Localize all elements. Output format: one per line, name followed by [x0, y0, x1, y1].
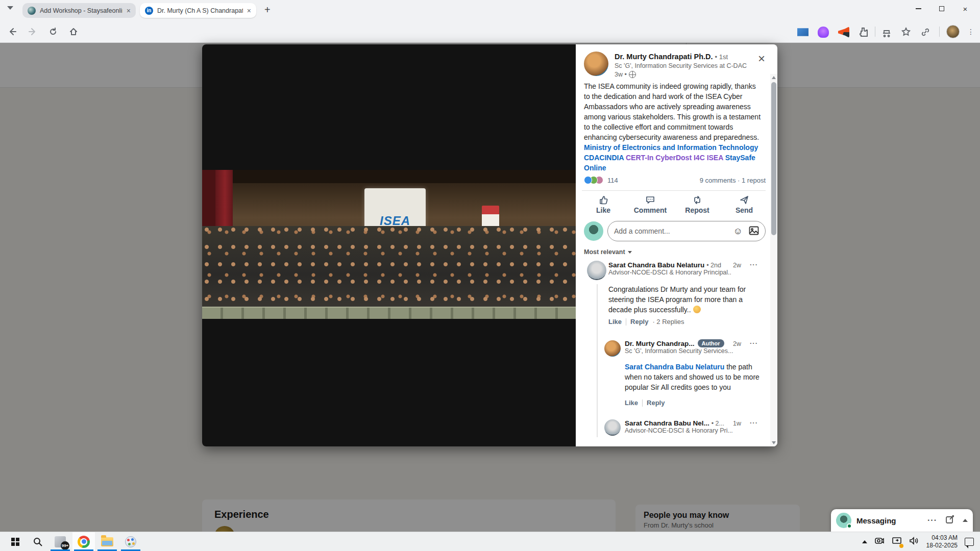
display-share-tray-icon[interactable]: [892, 537, 902, 547]
globe-visibility-icon: [629, 71, 636, 78]
post-author-name[interactable]: Dr. Murty Chandrapati Ph.D.: [615, 53, 713, 61]
scroll-up-arrow[interactable]: [772, 76, 776, 79]
post-author-avatar[interactable]: [584, 52, 608, 76]
commenter-name[interactable]: Sarat Chandra Babu Nel...: [625, 419, 709, 427]
window-close-button[interactable]: ×: [953, 0, 977, 17]
comment-menu-icon[interactable]: ···: [750, 261, 758, 268]
comment-actions: Like Reply: [625, 399, 665, 407]
commenter-avatar[interactable]: [604, 419, 621, 436]
screen-record-tray-icon[interactable]: [874, 537, 885, 547]
chrome-icon: [78, 536, 90, 548]
commenter-headline: Advisor-NCOE-DSCI & Honorary Pri...: [625, 427, 752, 434]
tab-linkedin[interactable]: in Dr. Murty (Ch A S) Chandrapati ×: [140, 3, 256, 18]
comment-menu-icon[interactable]: ···: [750, 339, 758, 347]
send-button[interactable]: Send: [721, 192, 768, 217]
photo-crowd: [202, 226, 576, 307]
action-center-icon[interactable]: [965, 538, 974, 546]
comment-like-button[interactable]: Like: [625, 399, 638, 407]
emoji-picker-icon[interactable]: ☺: [733, 226, 743, 237]
link-meity[interactable]: Ministry of Electronics and Information …: [584, 143, 758, 152]
comment-time: 2w: [733, 262, 741, 269]
extensions-puzzle-icon[interactable]: [857, 27, 869, 38]
comment-input[interactable]: Add a comment... ☺: [607, 221, 766, 241]
tab-close-icon[interactable]: ×: [247, 7, 251, 15]
commenter-headline: Sc 'G', Information Security Services...: [625, 347, 752, 355]
scrollbar-thumb[interactable]: [771, 82, 776, 235]
comment-like-button[interactable]: Like: [608, 318, 622, 325]
pinned-tool-icon[interactable]: [881, 27, 892, 38]
comment-menu-icon[interactable]: ···: [750, 419, 758, 427]
like-button[interactable]: Like: [580, 192, 627, 217]
windows-logo-icon: [11, 538, 19, 546]
attach-image-icon[interactable]: [749, 226, 759, 237]
forward-button[interactable]: [27, 26, 39, 38]
post-photo-pane[interactable]: ISEA: [202, 44, 576, 446]
taskbar-clock[interactable]: 04:03 AM 18-02-2025: [926, 534, 958, 549]
comment-time: 1w: [733, 420, 741, 427]
start-button[interactable]: [4, 532, 27, 551]
compose-message-icon[interactable]: [945, 515, 954, 526]
tray-expand-icon[interactable]: [862, 540, 867, 543]
scroll-down-arrow[interactable]: [772, 441, 776, 444]
photo-ceiling: [202, 170, 576, 183]
taskbar-file-explorer[interactable]: [96, 532, 118, 551]
replies-count[interactable]: · 2 Replies: [652, 318, 684, 325]
expand-messaging-icon[interactable]: [963, 519, 968, 522]
commenter-name[interactable]: Dr. Murty Chandrap...: [625, 340, 695, 347]
reaction-count[interactable]: 114: [607, 177, 618, 184]
back-button[interactable]: [6, 26, 18, 38]
panel-scrollbar[interactable]: [770, 74, 777, 446]
link-cdacindia[interactable]: CDACINDIA: [584, 154, 624, 162]
megaphone-extension-icon[interactable]: [838, 27, 849, 38]
comment-button[interactable]: Comment: [627, 192, 674, 217]
tab-title: Dr. Murty (Ch A S) Chandrapati: [157, 7, 243, 14]
group-photo: ISEA: [202, 170, 576, 319]
comments-reposts-count[interactable]: 9 comments · 1 repost: [700, 177, 766, 184]
post-author-degree: • 1st: [715, 53, 728, 61]
messaging-dock[interactable]: Messaging ···: [831, 509, 973, 532]
volume-tray-icon[interactable]: [909, 537, 919, 547]
paint-icon: [125, 536, 136, 547]
taskbar-notifications-app[interactable]: 99+: [49, 532, 71, 551]
repost-button[interactable]: Repost: [674, 192, 721, 217]
browser-menu-icon[interactable]: ⋮: [967, 26, 975, 38]
comment-reply-button[interactable]: Reply: [647, 399, 665, 407]
status-dot: [899, 544, 903, 548]
post-modal: ISEA Dr. Murty Chandrapati Ph.D. • 1st S…: [202, 44, 777, 446]
photo-chairs-row: [202, 307, 576, 319]
link-i4c-isea[interactable]: I4C ISEA: [692, 154, 723, 162]
messaging-menu-icon[interactable]: ···: [927, 516, 937, 525]
home-button[interactable]: [67, 26, 80, 38]
browser-profile-avatar[interactable]: [946, 25, 960, 38]
commenter-name[interactable]: Sarat Chandra Babu Nelaturu: [608, 261, 704, 269]
mention-link[interactable]: Sarat Chandra Babu Nelaturu: [625, 363, 724, 371]
clap-emoji: [693, 306, 701, 313]
new-tab-button[interactable]: +: [264, 4, 271, 16]
messaging-avatar: [836, 513, 851, 528]
link-icon[interactable]: [920, 27, 931, 38]
taskbar-paint[interactable]: [119, 532, 142, 551]
ai-extension-icon[interactable]: [818, 27, 829, 38]
window-minimize-button[interactable]: [906, 0, 930, 17]
link-certin-cyberdost[interactable]: CERT-In CyberDost: [624, 154, 692, 162]
reload-button[interactable]: [47, 26, 59, 38]
commenter-avatar[interactable]: [587, 261, 606, 280]
chevron-down-icon: [628, 251, 632, 254]
commenter-degree: • 2...: [712, 420, 724, 427]
tab-search-chevron-icon[interactable]: [7, 6, 13, 10]
repost-icon: [692, 195, 702, 205]
tab-staysafeonline[interactable]: Add Workshop - Staysafeonline ×: [22, 3, 136, 18]
comment-composer: Add a comment... ☺: [584, 221, 766, 241]
composer-avatar: [584, 221, 603, 241]
taskbar-chrome[interactable]: [72, 532, 95, 551]
mail-extension-icon[interactable]: [797, 27, 808, 38]
modal-close-button[interactable]: ×: [753, 51, 770, 67]
window-maximize-button[interactable]: [930, 0, 953, 17]
commenter-avatar[interactable]: [604, 340, 621, 357]
tab-close-icon[interactable]: ×: [127, 7, 131, 15]
like-reaction-icon[interactable]: [584, 176, 592, 184]
favorites-star-icon[interactable]: [900, 27, 912, 38]
taskbar-search-button[interactable]: [27, 532, 49, 551]
sort-selector[interactable]: Most relevant: [584, 248, 632, 256]
comment-reply-button[interactable]: Reply: [630, 318, 648, 325]
